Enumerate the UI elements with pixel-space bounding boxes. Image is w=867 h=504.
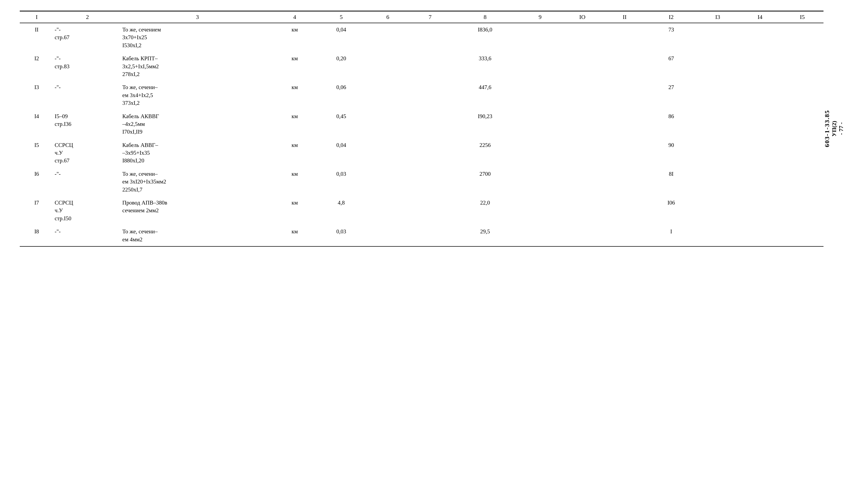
table-cell	[781, 110, 824, 139]
table-cell: 67	[646, 52, 696, 81]
table-cell	[561, 110, 603, 139]
table-cell: 0,04	[316, 139, 366, 167]
table-cell	[561, 23, 603, 52]
table-cell: I5	[20, 139, 54, 167]
table-cell	[519, 110, 561, 139]
header-col11: II	[603, 11, 646, 23]
side-note: - 77 -	[838, 122, 845, 135]
table-cell: ССРСЦч.Устр.67	[54, 139, 121, 167]
table-cell: км	[274, 81, 316, 110]
table-cell: 4,8	[316, 196, 366, 225]
table-cell	[603, 52, 646, 81]
table-cell: км	[274, 139, 316, 167]
table-wrapper: I 2 3 4 5 6 7 8 9 IO II I2 I3 I4 I5	[20, 11, 824, 246]
table-cell	[739, 81, 781, 110]
table-row: I6-"-То же, сечени–ем 3хI20+Iх35мм22250х…	[20, 167, 824, 196]
table-cell	[409, 196, 451, 225]
table-cell: 0,06	[316, 81, 366, 110]
table-cell	[409, 110, 451, 139]
header-col13: I3	[696, 11, 739, 23]
table-cell	[561, 167, 603, 196]
table-cell	[739, 225, 781, 246]
header-col5: 5	[316, 11, 366, 23]
header-col8: 8	[451, 11, 519, 23]
table-cell	[519, 23, 561, 52]
table-cell: Провод АПВ–380всечением 2мм2	[121, 196, 274, 225]
table-cell	[366, 81, 409, 110]
table-cell	[561, 225, 603, 246]
table-cell	[696, 225, 739, 246]
table-cell: То же, сечением3х70+Iх25I530хI,2	[121, 23, 274, 52]
table-cell	[781, 23, 824, 52]
table-cell: км	[274, 167, 316, 196]
table-cell: км	[274, 110, 316, 139]
table-cell	[409, 225, 451, 246]
table-cell: I8	[20, 225, 54, 246]
table-cell: км	[274, 225, 316, 246]
table-cell: I	[646, 225, 696, 246]
table-row: I5ССРСЦч.Устр.67Кабель АВВГ––3х95+Iх35I8…	[20, 139, 824, 167]
table-cell	[603, 81, 646, 110]
table-cell	[603, 23, 646, 52]
side-label-top: 603-1-33.85	[824, 110, 831, 147]
table-cell: -"-стр.67	[54, 23, 121, 52]
header-col6: 6	[366, 11, 409, 23]
table-cell: II	[20, 23, 54, 52]
table-cell	[696, 110, 739, 139]
header-col10: IO	[561, 11, 603, 23]
header-col7: 7	[409, 11, 451, 23]
header-col15: I5	[781, 11, 824, 23]
table-cell	[366, 139, 409, 167]
header-col12: I2	[646, 11, 696, 23]
table-cell: ССРСЦч.Устр.I50	[54, 196, 121, 225]
table-row: I4I5–09стр.I36Кабель АКВВГ–4х2,5ммI70хI,…	[20, 110, 824, 139]
table-cell	[561, 139, 603, 167]
table-cell	[519, 139, 561, 167]
table-cell	[739, 167, 781, 196]
table-cell: -"-	[54, 167, 121, 196]
table-cell	[696, 167, 739, 196]
table-cell	[366, 225, 409, 246]
table-row: I8-"-То же, сечени–ем 4мм2км0,0329,5I	[20, 225, 824, 246]
table-cell: Кабель АКВВГ–4х2,5ммI70хI,II9	[121, 110, 274, 139]
table-cell	[561, 196, 603, 225]
table-cell	[519, 81, 561, 110]
table-cell: I6	[20, 167, 54, 196]
table-cell: -"-стр.83	[54, 52, 121, 81]
table-cell: I7	[20, 196, 54, 225]
table-cell	[781, 225, 824, 246]
table-cell	[366, 196, 409, 225]
table-cell	[561, 52, 603, 81]
table-cell: I90,23	[451, 110, 519, 139]
table-cell: -"-	[54, 81, 121, 110]
table-cell	[409, 52, 451, 81]
table-cell	[519, 196, 561, 225]
table-cell	[781, 139, 824, 167]
page-container: I 2 3 4 5 6 7 8 9 IO II I2 I3 I4 I5	[20, 11, 847, 246]
table-cell	[739, 139, 781, 167]
table-cell: км	[274, 23, 316, 52]
table-cell	[519, 225, 561, 246]
table-cell: I06	[646, 196, 696, 225]
table-cell	[781, 167, 824, 196]
table-cell: 73	[646, 23, 696, 52]
table-cell: 27	[646, 81, 696, 110]
table-cell: Кабель КРПТ–3х2,5+IхI,5мм2278хI,2	[121, 52, 274, 81]
table-cell	[603, 139, 646, 167]
header-col4: 4	[274, 11, 316, 23]
table-cell: 0,20	[316, 52, 366, 81]
table-cell: 22,0	[451, 196, 519, 225]
header-col14: I4	[739, 11, 781, 23]
table-cell	[696, 52, 739, 81]
header-col3: 3	[121, 11, 274, 23]
table-cell: 0,04	[316, 23, 366, 52]
table-cell	[366, 52, 409, 81]
table-cell	[519, 167, 561, 196]
header-col2: 2	[54, 11, 121, 23]
table-cell	[366, 110, 409, 139]
table-cell: I5–09стр.I36	[54, 110, 121, 139]
table-cell: Кабель АВВГ––3х95+Iх35I880хI,20	[121, 139, 274, 167]
table-cell	[603, 110, 646, 139]
table-cell: То же, сечени–ем 3хI20+Iх35мм22250хI,7	[121, 167, 274, 196]
table-cell	[739, 110, 781, 139]
